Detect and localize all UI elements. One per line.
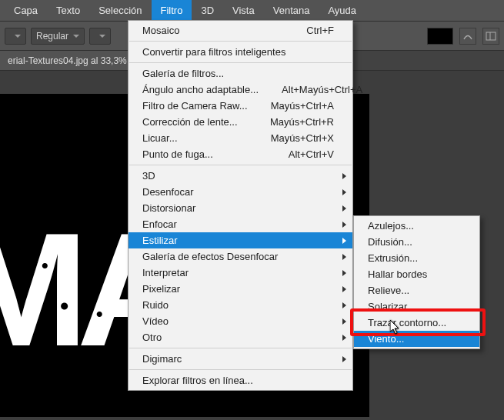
menu-capa[interactable]: Capa <box>5 0 47 22</box>
panels-icon <box>486 31 496 42</box>
menu-seleccion[interactable]: Selección <box>89 0 151 22</box>
submenu-arrow-icon <box>342 222 346 228</box>
menu-item-desenfocar[interactable]: Desenfocar <box>129 184 352 200</box>
menu-item-ruido[interactable]: Ruido <box>129 297 352 313</box>
font-style-label: Regular <box>36 31 68 42</box>
chevron-down-icon <box>99 35 105 38</box>
menu-item-explorar-filtros[interactable]: Explorar filtros en línea... <box>129 372 352 388</box>
menu-item-galeria-filtros[interactable]: Galería de filtros... <box>129 65 352 82</box>
estilizar-submenu: Azulejos... Difusión... Extrusión... Hal… <box>353 215 480 349</box>
submenu-arrow-icon <box>342 189 346 195</box>
menu-item-enfocar[interactable]: Enfocar <box>129 216 352 232</box>
submenu-arrow-icon <box>342 205 346 212</box>
submenu-arrow-icon <box>342 286 346 292</box>
menu-item-camera-raw[interactable]: Filtro de Camera Raw...Mayús+Ctrl+A <box>129 98 352 114</box>
filtro-dropdown: Mosaico Ctrl+F Convertir para filtros in… <box>128 20 353 391</box>
menu-item-mosaico[interactable]: Mosaico Ctrl+F <box>129 22 352 38</box>
submenu-arrow-icon <box>342 254 346 260</box>
panels-button[interactable] <box>482 28 499 45</box>
submenu-item-extrusion[interactable]: Extrusión... <box>354 250 479 266</box>
menu-item-angulo-ancho[interactable]: Ángulo ancho adaptable...Alt+Mayús+Ctrl+… <box>129 82 352 98</box>
separator <box>129 62 352 63</box>
menu-item-distorsionar[interactable]: Distorsionar <box>129 200 352 216</box>
submenu-arrow-icon <box>342 335 346 341</box>
document-tab-label: erial-Textures04.jpg al 33,3% (C <box>8 55 139 66</box>
font-style-select[interactable]: Regular <box>31 28 85 45</box>
menu-item-punto-fuga[interactable]: Punto de fuga...Alt+Ctrl+V <box>129 146 352 162</box>
chevron-down-icon <box>15 35 21 38</box>
menu-item-otro[interactable]: Otro <box>129 329 352 345</box>
submenu-arrow-icon <box>342 318 346 325</box>
menu-item-interpretar[interactable]: Interpretar <box>129 265 352 281</box>
submenu-arrow-icon <box>342 356 346 362</box>
separator <box>129 369 352 370</box>
menu-3d[interactable]: 3D <box>192 0 223 22</box>
menu-ayuda[interactable]: Ayuda <box>319 0 365 22</box>
chevron-down-icon <box>73 35 79 38</box>
menu-item-convertir-filtros[interactable]: Convertir para filtros inteligentes <box>129 44 352 60</box>
menu-item-licuar[interactable]: Licuar...Mayús+Ctrl+X <box>129 130 352 146</box>
submenu-item-azulejos[interactable]: Azulejos... <box>354 218 479 234</box>
menubar: Capa Texto Selección Filtro 3D Vista Ven… <box>0 0 504 22</box>
submenu-item-relieve[interactable]: Relieve... <box>354 282 479 298</box>
warp-icon <box>462 31 473 42</box>
submenu-arrow-icon <box>342 270 346 276</box>
menu-item-galeria-desenfocar[interactable]: Galería de efectos Desenfocar <box>129 248 352 265</box>
color-swatch[interactable] <box>427 28 453 45</box>
menu-ventana[interactable]: Ventana <box>264 0 319 22</box>
canvas-text-m: M <box>0 209 84 371</box>
tool-picker[interactable] <box>5 28 26 45</box>
submenu-arrow-icon <box>342 302 346 308</box>
svg-rect-0 <box>486 32 496 40</box>
menu-vista[interactable]: Vista <box>223 0 264 22</box>
warp-text-button[interactable] <box>459 28 476 45</box>
menu-item-digimarc[interactable]: Digimarc <box>129 351 352 367</box>
submenu-item-viento[interactable]: Viento... <box>354 331 479 347</box>
menu-texto[interactable]: Texto <box>47 0 89 22</box>
menu-filtro[interactable]: Filtro <box>152 0 192 22</box>
document-tab[interactable]: erial-Textures04.jpg al 33,3% (C <box>0 51 147 70</box>
separator <box>129 165 352 165</box>
menu-item-correccion-lente[interactable]: Corrección de lente...Mayús+Ctrl+R <box>129 114 352 130</box>
submenu-item-solarizar[interactable]: Solarizar <box>354 298 479 315</box>
menu-item-pixelizar[interactable]: Pixelizar <box>129 281 352 297</box>
separator <box>129 348 352 348</box>
size-select[interactable] <box>89 28 111 45</box>
menu-item-estilizar[interactable]: Estilizar <box>129 232 352 248</box>
submenu-item-trazar-contorno[interactable]: Trazar contorno... <box>354 315 479 331</box>
submenu-arrow-icon <box>342 238 346 244</box>
menu-item-3d[interactable]: 3D <box>129 168 352 184</box>
submenu-arrow-icon <box>342 173 346 179</box>
submenu-item-difusion[interactable]: Difusión... <box>354 234 479 250</box>
menu-item-video[interactable]: Vídeo <box>129 313 352 329</box>
submenu-item-hallar-bordes[interactable]: Hallar bordes <box>354 266 479 282</box>
separator <box>129 41 352 42</box>
